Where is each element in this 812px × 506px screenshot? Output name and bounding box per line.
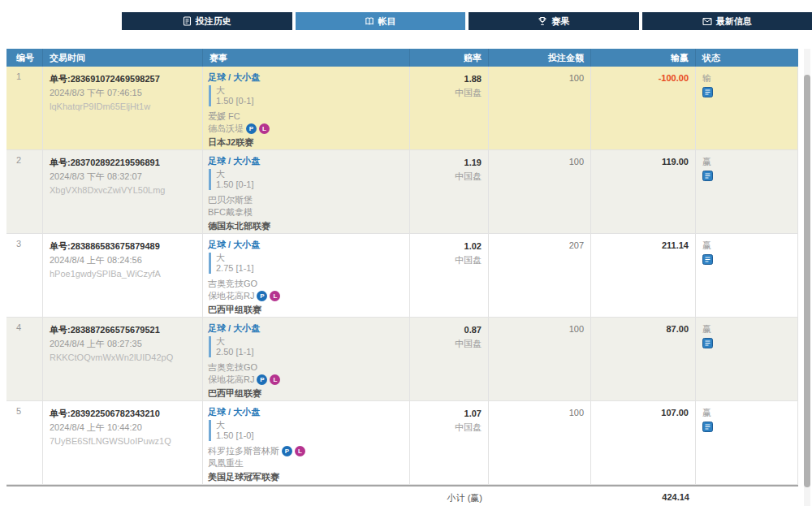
result-value: 107.00 (661, 408, 689, 417)
header-number: 编号 (6, 49, 43, 67)
league-name: 德国东北部联赛 (208, 221, 404, 231)
result-value: 87.00 (666, 324, 689, 334)
result-cell: -100.00 (591, 67, 696, 149)
selection: 大 (216, 169, 404, 179)
odds-value: 1.02 (417, 240, 482, 252)
transaction-token: 7UyBE6SfLNGWSUoIPuwz1Q (50, 435, 196, 447)
odds-value: 1.07 (417, 408, 482, 419)
market-link[interactable]: 足球 / 大小盘 (208, 322, 260, 334)
odds-type: 中国盘 (417, 87, 482, 98)
odds-cell: 1.02 中国盘 (410, 234, 489, 317)
odds-cell: 1.19 中国盘 (410, 150, 489, 233)
odds-value: 1.19 (417, 157, 482, 168)
scrollbar[interactable] (804, 49, 810, 506)
market-link[interactable]: 足球 / 大小盘 (208, 155, 260, 167)
result-cell: 87.00 (591, 318, 696, 400)
stake-cell: 100 (489, 150, 591, 233)
market-link[interactable]: 足球 / 大小盘 (208, 71, 260, 83)
match-cell: 足球 / 大小盘 大 1.50 [1-0] 科罗拉多斯普林斯 P L 凤凰重生 … (203, 401, 410, 484)
table-row[interactable]: 4 单号:283887266575679521 2024/8/4 上午 08:2… (6, 318, 798, 401)
table-header-row: 编号 交易时间 赛事 赔率 投注金额 输赢 状态 (6, 49, 798, 67)
away-team: 保地花高RJ (208, 374, 254, 386)
parlay-badge: P (246, 123, 257, 134)
match-cell: 足球 / 大小盘 大 2.50 [1-1] 吉奥竞技GO 保地花高RJ P L … (203, 318, 410, 400)
selection: 大 (216, 253, 404, 263)
market-link[interactable]: 足球 / 大小盘 (208, 239, 260, 250)
market-link[interactable]: 足球 / 大小盘 (208, 406, 260, 417)
live-badge: L (270, 291, 280, 301)
tab-ledger[interactable]: 帐目 (296, 12, 466, 30)
match-cell: 足球 / 大小盘 大 1.50 [0-1] 巴贝尔斯堡 BFC戴拿模 德国东北部… (203, 150, 410, 233)
transaction-cell: 单号:283922506782343210 2024/8/4 上午 10:44:… (43, 401, 203, 484)
transaction-time: 2024/8/3 下午 07:46:15 (50, 87, 196, 98)
stake-cell: 100 (489, 67, 591, 149)
odds-line: 2.50 [1-1] (216, 347, 404, 357)
table-row[interactable]: 2 单号:283702892219596891 2024/8/3 下午 08:3… (6, 150, 798, 234)
scrollbar-thumb[interactable] (804, 75, 810, 487)
header-status: 状态 (696, 49, 798, 67)
odds-value: 0.87 (417, 324, 482, 335)
home-team: 科罗拉多斯普林斯 (208, 445, 279, 457)
transaction-token: lqKhatqrP9IDm65EljHt1w (50, 101, 196, 112)
transaction-cell: 单号:283702892219596891 2024/8/3 下午 08:32:… (43, 150, 203, 233)
result-value: 211.14 (662, 240, 689, 250)
note-icon[interactable] (702, 422, 713, 432)
odds-line: 1.50 [1-0] (216, 430, 404, 441)
header-win-loss: 输赢 (591, 49, 696, 67)
results-icon (538, 16, 547, 26)
odds-cell: 1.88 中国盘 (410, 67, 489, 149)
home-team-line: 吉奥竞技GO (208, 278, 404, 290)
selection: 大 (216, 336, 404, 347)
home-team-line: 爱媛 FC (208, 110, 404, 123)
subtotal-label: 小计 (赢) (410, 487, 489, 506)
note-icon[interactable] (702, 254, 713, 265)
stake-cell: 100 (489, 401, 591, 484)
transaction-token: RKKCtOQvmWxWn2lUID42pQ (50, 352, 196, 363)
message-icon (702, 17, 712, 26)
odds-cell: 0.87 中国盘 (410, 318, 489, 400)
away-team-line: BFC戴拿模 (208, 206, 404, 218)
header-odds: 赔率 (410, 49, 489, 67)
note-icon[interactable] (702, 338, 713, 348)
odds-line: 1.50 [0-1] (216, 179, 404, 190)
row-number: 5 (6, 401, 43, 484)
result-value: -100.00 (659, 73, 689, 83)
odds-line: 1.50 [0-1] (216, 96, 404, 106)
tab-label: 赛果 (551, 15, 569, 28)
odds-value: 1.88 (417, 73, 482, 84)
table-row[interactable]: 5 单号:283922506782343210 2024/8/4 上午 10:4… (6, 401, 798, 485)
header-stake: 投注金额 (489, 49, 591, 67)
tab-latest-info[interactable]: 最新信息 (642, 12, 812, 30)
order-number: 单号:283887266575679521 (50, 324, 196, 335)
bet-ledger-table: 编号 交易时间 赛事 赔率 投注金额 输赢 状态 1 单号:2836910724… (6, 49, 798, 506)
odds-type: 中国盘 (417, 422, 482, 433)
tab-bet-history[interactable]: 投注历史 (122, 12, 292, 30)
status-text: 赢 (702, 324, 791, 335)
order-number: 单号:283691072469598257 (50, 73, 196, 84)
table-row[interactable]: 1 单号:283691072469598257 2024/8/3 下午 07:4… (6, 67, 798, 150)
row-number: 2 (6, 150, 43, 233)
home-team-line: 吉奥竞技GO (208, 361, 404, 374)
status-text: 赢 (702, 157, 791, 167)
selection-block: 大 2.75 [1-1] (209, 253, 404, 274)
away-team-line: 德岛沃堤 P L (208, 123, 404, 135)
top-nav: 投注历史 帐目 赛果 最新信息 (122, 12, 812, 30)
tab-results[interactable]: 赛果 (469, 12, 639, 30)
transaction-token: hPoe1gwdySPIBa_WiCzyfA (50, 268, 196, 279)
note-icon[interactable] (702, 87, 713, 97)
table-row[interactable]: 3 单号:283886583675879489 2024/8/4 上午 08:2… (6, 234, 798, 318)
stake-cell: 207 (489, 234, 591, 317)
away-team: 德岛沃堤 (208, 123, 244, 135)
parlay-badge: P (282, 446, 292, 456)
odds-type: 中国盘 (417, 171, 482, 182)
parlay-badge: P (257, 374, 267, 385)
home-team: 爱媛 FC (208, 110, 240, 123)
status-cell: 赢 (696, 234, 798, 317)
transaction-cell: 单号:283886583675879489 2024/8/4 上午 08:24:… (43, 234, 203, 317)
status-cell: 赢 (696, 318, 798, 400)
note-icon[interactable] (702, 171, 713, 181)
result-cell: 211.14 (591, 234, 696, 317)
selection-block: 大 2.50 [1-1] (209, 336, 404, 357)
league-name: 巴西甲组联赛 (208, 388, 404, 399)
home-team: 巴贝尔斯堡 (208, 194, 253, 206)
